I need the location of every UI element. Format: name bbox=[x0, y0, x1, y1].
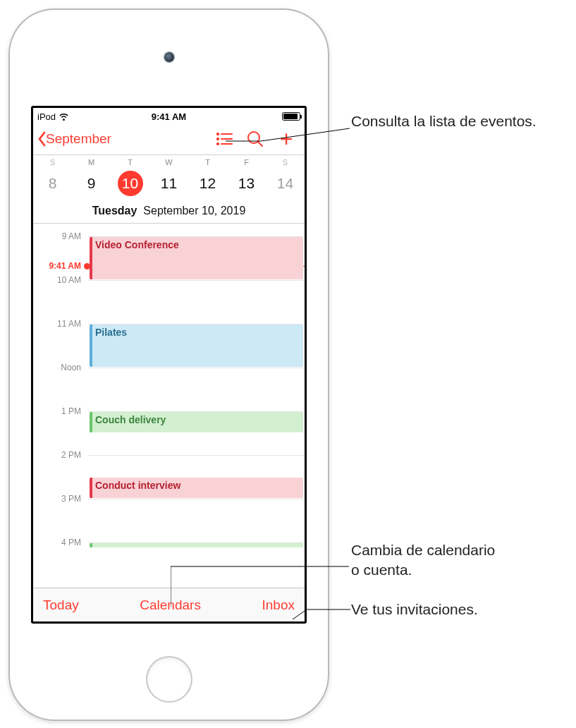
weekday-label: T bbox=[111, 155, 149, 166]
screen: iPod 9:41 AM September bbox=[31, 106, 307, 624]
status-bar: iPod 9:41 AM bbox=[33, 108, 305, 123]
event-title: Couch delivery bbox=[95, 414, 166, 425]
event-color-bar bbox=[90, 412, 92, 432]
hour-label: 4 PM bbox=[33, 538, 85, 547]
back-button[interactable]: September bbox=[36, 128, 113, 150]
event-title: Conduct interview bbox=[95, 480, 180, 491]
calendar-event[interactable] bbox=[90, 543, 303, 547]
hour-label: 10 AM bbox=[33, 275, 85, 285]
day-timeline[interactable]: 9 AM10 AM11 AMNoon1 PM2 PM3 PM4 PM9:41 A… bbox=[33, 224, 305, 569]
callout-inbox: Ve tus invitaciones. bbox=[351, 600, 478, 619]
back-label: September bbox=[46, 131, 111, 147]
calendar-event[interactable]: Conduct interview bbox=[90, 478, 303, 498]
weekday-label: S bbox=[33, 155, 72, 166]
weekday-label: M bbox=[72, 155, 111, 166]
hour-gridline bbox=[88, 499, 305, 499]
hour-label: 9 AM bbox=[33, 231, 85, 241]
hour-gridline bbox=[88, 455, 305, 456]
day-cell[interactable]: 10 bbox=[111, 166, 149, 200]
event-color-bar bbox=[90, 543, 92, 547]
front-camera bbox=[164, 52, 174, 62]
current-time-label: 9:41 AM bbox=[33, 261, 85, 271]
home-button[interactable] bbox=[146, 656, 192, 703]
today-button[interactable]: Today bbox=[40, 592, 82, 619]
svg-point-0 bbox=[216, 133, 219, 135]
status-time: 9:41 AM bbox=[33, 111, 305, 122]
weekday-label: T bbox=[188, 155, 227, 166]
selected-date-label: Tuesday September 10, 2019 bbox=[33, 205, 305, 223]
day-cell[interactable]: 8 bbox=[33, 166, 72, 200]
weekday-label: S bbox=[266, 155, 305, 166]
calendar-event[interactable]: Couch delivery bbox=[90, 412, 303, 432]
hour-gridline bbox=[88, 280, 305, 281]
hour-gridline bbox=[88, 368, 305, 368]
day-cell[interactable]: 14 bbox=[266, 166, 305, 200]
weekday-label: W bbox=[149, 155, 188, 166]
callout-list-view: Consulta la lista de eventos. bbox=[351, 111, 537, 131]
callout-calendars: Cambia de calendarioo cuenta. bbox=[351, 540, 495, 581]
day-cell[interactable]: 13 bbox=[227, 166, 266, 200]
hour-label: 1 PM bbox=[33, 406, 85, 416]
day-cell[interactable]: 12 bbox=[188, 166, 227, 200]
hour-label: 3 PM bbox=[33, 494, 85, 504]
hour-label: Noon bbox=[33, 363, 85, 372]
day-cell[interactable]: 9 bbox=[72, 166, 111, 200]
week-row: 891011121314 bbox=[33, 166, 305, 205]
callout-lead bbox=[293, 608, 355, 622]
hour-label: 11 AM bbox=[33, 319, 85, 329]
calendar-event[interactable]: Pilates bbox=[90, 324, 303, 367]
event-color-bar bbox=[90, 237, 92, 279]
battery-icon bbox=[282, 112, 300, 121]
weekday-label: F bbox=[227, 155, 266, 166]
event-color-bar bbox=[90, 324, 92, 367]
event-title: Pilates bbox=[95, 327, 127, 338]
svg-point-2 bbox=[216, 142, 219, 145]
event-color-bar bbox=[90, 478, 92, 498]
callout-lead bbox=[226, 127, 353, 155]
svg-point-1 bbox=[216, 138, 219, 140]
event-title: Video Conference bbox=[95, 239, 179, 250]
weekday-header: SMTWTFS bbox=[33, 154, 305, 166]
hour-label: 2 PM bbox=[33, 450, 85, 460]
day-cell[interactable]: 11 bbox=[149, 166, 188, 200]
calendar-event[interactable]: Video Conference bbox=[90, 237, 303, 279]
